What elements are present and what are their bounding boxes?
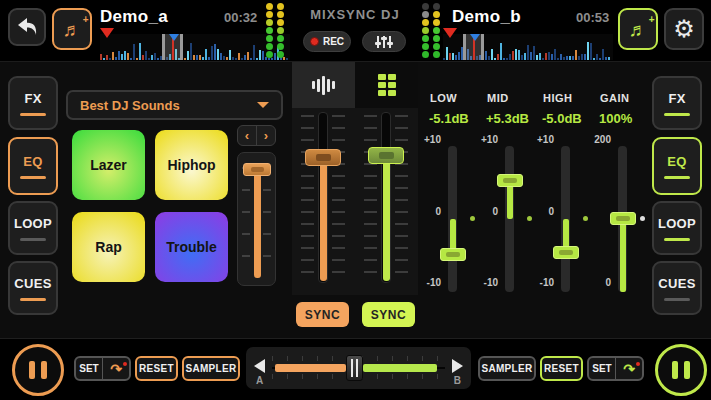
- sidebar-b-fx[interactable]: FX: [652, 76, 702, 130]
- eq-zero-dot: [470, 216, 475, 221]
- deck-a-set-group: SET ↷: [74, 356, 131, 381]
- deck-a-sampler-button[interactable]: SAMPLER: [182, 356, 240, 381]
- app-title: MIXSYNC DJ: [300, 7, 410, 22]
- sidebar-a-cues[interactable]: CUES: [8, 261, 58, 315]
- eq-channel-mid: MID +5.3dB +10 0 -10: [482, 92, 538, 302]
- eq-high-value: -5.0dB: [542, 111, 582, 126]
- chevron-right-icon[interactable]: ›: [257, 126, 275, 145]
- sample-pack-value: Best DJ Sounds: [80, 98, 257, 113]
- waveform-tab-icon: [312, 76, 335, 95]
- deck-b-reset-button[interactable]: RESET: [540, 356, 583, 381]
- deck-a-time: 00:32: [224, 10, 257, 25]
- tab-pitch-faders[interactable]: [292, 62, 355, 108]
- eq-low-value: -5.1dB: [429, 111, 469, 126]
- crossfader-a-level: [275, 364, 346, 372]
- crossfade-right-icon[interactable]: [452, 359, 463, 373]
- deck-b-cue-marker-icon: [443, 28, 457, 38]
- crossfade-left-icon[interactable]: [254, 359, 265, 373]
- sampler-volume-handle[interactable]: [243, 163, 271, 176]
- deck-a-title: Demo_a: [100, 7, 168, 27]
- top-bar: ♬+ Demo_a 00:32 MIXSYNC DJ REC Demo_b 00…: [0, 0, 711, 62]
- chevron-left-icon[interactable]: ‹: [238, 126, 256, 145]
- eq-zero-dot: [583, 216, 588, 221]
- pause-icon: [29, 361, 35, 379]
- eq-channel-gain: GAIN 100% 200 0: [595, 92, 651, 302]
- record-button[interactable]: REC: [303, 31, 351, 52]
- eq-gain-handle[interactable]: [610, 212, 636, 225]
- deck-b-sync-button[interactable]: SYNC: [362, 302, 415, 327]
- crossfader: A B: [246, 347, 471, 389]
- eq-channel-high: HIGH -5.0dB +10 0 -10: [538, 92, 594, 302]
- eq-mid-handle[interactable]: [497, 174, 523, 187]
- sidebar-a-eq[interactable]: EQ: [8, 137, 58, 195]
- deck-a-sync-button[interactable]: SYNC: [296, 302, 349, 327]
- deck-b-playhead[interactable]: [463, 34, 484, 60]
- deck-b-pause-button[interactable]: [655, 344, 707, 396]
- sample-pad-hiphop[interactable]: Hiphop: [155, 130, 228, 200]
- eq-mid-slider[interactable]: [505, 146, 514, 292]
- deck-a-cue-marker-icon: [100, 28, 114, 38]
- crossfader-handle[interactable]: [346, 355, 363, 381]
- deck-b-set-group: SET ↷: [587, 356, 644, 381]
- sample-pad-rap[interactable]: Rap: [72, 212, 145, 282]
- deck-b-sampler-button[interactable]: SAMPLER: [478, 356, 536, 381]
- dropdown-caret-icon: [257, 102, 269, 108]
- eq-zero-dot: [527, 216, 532, 221]
- deck-a-library-button[interactable]: ♬+: [52, 8, 92, 50]
- sample-bank-pager: ‹ ›: [237, 125, 276, 146]
- deck-b-pitch-handle[interactable]: [368, 147, 404, 164]
- sidebar-a-fx[interactable]: FX: [8, 76, 58, 130]
- crossfader-b-label: B: [454, 375, 461, 386]
- music-note-add-icon: ♬+: [63, 20, 82, 39]
- eq-zero-dot: [640, 216, 645, 221]
- redo-arrow-icon: ↷: [623, 362, 635, 376]
- eq-high-handle[interactable]: [553, 246, 579, 259]
- sample-pack-select[interactable]: Best DJ Sounds: [66, 90, 283, 120]
- gear-icon: ⚙: [673, 17, 695, 41]
- back-icon: [16, 17, 38, 37]
- deck-b-pitch-stem: [383, 160, 390, 281]
- sampler-volume-stem: [254, 171, 261, 278]
- deck-a-set-button[interactable]: SET: [76, 358, 102, 379]
- deck-b-vu-meter: [422, 3, 440, 58]
- sample-pad-trouble[interactable]: Trouble: [155, 212, 228, 282]
- rec-label: REC: [323, 36, 344, 47]
- crossfader-a-label: A: [256, 375, 263, 386]
- deck-b-title: Demo_b: [452, 7, 521, 27]
- deck-b-waveform[interactable]: [443, 34, 613, 60]
- sidebar-b-cues[interactable]: CUES: [652, 261, 702, 315]
- sampler-grid-icon: [378, 74, 396, 96]
- sample-pad-lazer[interactable]: Lazer: [72, 130, 145, 200]
- deck-a-cue-jump-button[interactable]: ↷: [103, 358, 129, 379]
- crossfader-b-level: [363, 364, 437, 372]
- deck-a-pause-button[interactable]: [12, 344, 64, 396]
- mixsync-dj-app: ♬+ Demo_a 00:32 MIXSYNC DJ REC Demo_b 00…: [0, 0, 711, 400]
- tab-sampler-grid[interactable]: [355, 62, 418, 108]
- mixer-sliders-icon: [374, 35, 394, 49]
- eq-channel-low: LOW -5.1dB +10 0 -10: [425, 92, 481, 302]
- deck-a-pitch-handle[interactable]: [305, 149, 341, 166]
- deck-a-playhead[interactable]: [162, 34, 183, 60]
- deck-a-reset-button[interactable]: RESET: [135, 356, 178, 381]
- deck-b-time: 00:53: [576, 10, 609, 25]
- sidebar-b-eq[interactable]: EQ: [652, 137, 702, 195]
- deck-b-library-button[interactable]: ♬+: [618, 8, 658, 50]
- deck-b-cue-jump-button[interactable]: ↷: [616, 358, 642, 379]
- eq-gain-value: 100%: [599, 111, 632, 126]
- redo-arrow-icon: ↷: [110, 362, 122, 376]
- pause-icon: [672, 361, 678, 379]
- rec-dot-icon: [310, 37, 319, 46]
- deck-a-pitch-stem: [320, 162, 327, 281]
- eq-low-handle[interactable]: [440, 248, 466, 261]
- deck-b-set-button[interactable]: SET: [589, 358, 615, 379]
- eq-mid-value: +5.3dB: [486, 111, 529, 126]
- sidebar-a-loop[interactable]: LOOP: [8, 201, 58, 255]
- mixer-panel-button[interactable]: [362, 31, 406, 52]
- deck-a-vu-meter: [266, 3, 284, 58]
- music-note-add-icon: ♬+: [629, 20, 648, 39]
- deck-a-waveform[interactable]: [100, 34, 290, 60]
- sidebar-b-loop[interactable]: LOOP: [652, 201, 702, 255]
- settings-button[interactable]: ⚙: [664, 8, 704, 50]
- back-button[interactable]: [8, 8, 46, 46]
